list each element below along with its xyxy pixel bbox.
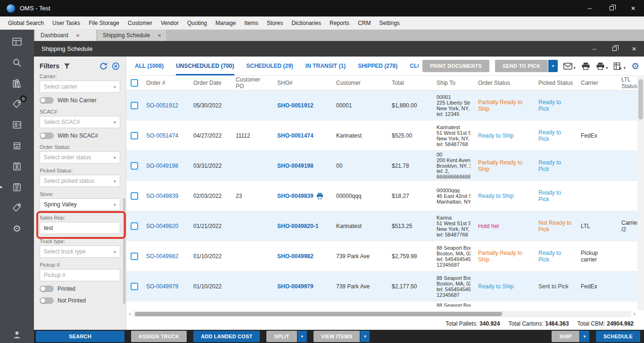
clipboard-list-icon[interactable] <box>11 181 23 193</box>
inner-minimize-button[interactable]: ─ <box>585 41 604 57</box>
search-icon[interactable] <box>11 57 23 68</box>
vertical-scrollbar[interactable] <box>637 75 644 310</box>
ship-button[interactable]: SHIP <box>552 331 579 342</box>
split-button[interactable]: SPLIT <box>266 331 297 342</box>
column-header-carrier[interactable]: Carrier <box>577 79 618 87</box>
row-checkbox[interactable] <box>131 222 138 230</box>
export-dropdown-icon[interactable]: ▾ <box>623 65 626 70</box>
contacts-icon[interactable] <box>11 119 23 131</box>
inner-restore-button[interactable] <box>604 41 624 57</box>
sho-number-link[interactable]: SHO-0049839 <box>277 193 314 199</box>
menu-item-user-tasks[interactable]: User Tasks <box>48 20 84 26</box>
menu-item-stores[interactable]: Stores <box>263 20 288 26</box>
column-header-order-status[interactable]: Order Status <box>474 79 535 87</box>
order-number-link[interactable]: SO-0049820 <box>146 223 178 229</box>
status-tab-scheduled-29[interactable]: SCHEDULED (29) <box>247 57 293 75</box>
status-tab-all-1008[interactable]: ALL (1008) <box>135 57 164 75</box>
row-checkbox[interactable] <box>131 253 138 260</box>
tag-icon[interactable] <box>11 202 23 213</box>
not-printed-toggle[interactable] <box>40 297 54 304</box>
email-button[interactable]: ▾ <box>563 62 576 70</box>
email-dropdown-icon[interactable]: ▾ <box>573 65 576 70</box>
document-tab-shipping-schedule[interactable]: Shipping Schedule✕ <box>97 30 166 41</box>
row-checkbox[interactable] <box>131 283 138 290</box>
table-row[interactable]: SO-004998201/10/2022SHO-0049982739 Park … <box>126 241 637 271</box>
order-number-link[interactable]: SO-0051474 <box>146 132 178 139</box>
order-number-link[interactable]: SO-0049982 <box>146 253 178 260</box>
carrier-select[interactable]: Select carrier ▾ <box>40 81 120 93</box>
table-row[interactable]: SO-004983902/03/202223SHO-004983900000qq… <box>126 181 637 211</box>
ship-dropdown[interactable]: ▾ <box>580 331 589 342</box>
refresh-icon[interactable] <box>99 61 108 71</box>
scroll-right-icon[interactable]: › <box>632 310 637 317</box>
menu-item-vendor[interactable]: Vendor <box>157 20 183 26</box>
column-header-order-date[interactable]: Order Date <box>190 79 232 87</box>
store-select[interactable]: Spring Valley ▾ <box>40 198 120 211</box>
scac-select[interactable]: Select SCAC# ▾ <box>40 116 120 128</box>
add-landed-cost-button[interactable]: ADD LANDED COST <box>193 331 260 342</box>
sho-number-link[interactable]: SHO-0049979 <box>277 283 314 290</box>
horizontal-scrollbar-thumb[interactable] <box>135 312 502 316</box>
close-button[interactable]: ✕ <box>622 0 644 16</box>
order-number-link[interactable]: SO-0051912 <box>146 102 178 109</box>
horizontal-scrollbar[interactable]: ‹ › <box>127 311 637 317</box>
menu-item-items[interactable]: Items <box>240 20 262 26</box>
table-row[interactable]: SO-005191205/30/2022SHO-005191200001$1,8… <box>126 90 637 121</box>
scroll-left-icon[interactable]: ‹ <box>127 310 133 317</box>
column-header-ltl-status[interactable]: LTL Status <box>618 75 637 90</box>
view-items-button[interactable]: VIEW ITEMS <box>314 331 360 342</box>
sho-number-link[interactable]: SHO-0049982 <box>277 253 314 260</box>
tab-close-icon[interactable]: ✕ <box>76 33 80 38</box>
grid-settings-icon[interactable]: ⚙ <box>631 62 639 71</box>
status-tab-unscheduled-700[interactable]: UNSCHEDULED (700) <box>176 57 234 75</box>
order-number-link[interactable]: SO-0049839 <box>146 193 178 199</box>
restore-button[interactable] <box>601 0 622 16</box>
pickup-number-input[interactable] <box>40 269 120 281</box>
document-tab-dashboard[interactable]: Dashboard✕ <box>35 30 96 41</box>
settings-icon[interactable]: ⚙ <box>11 223 23 234</box>
sidebar-expander-icon[interactable]: ▸ <box>0 181 3 192</box>
printed-toggle[interactable] <box>40 286 54 292</box>
menu-item-customer[interactable]: Customer <box>124 20 157 26</box>
column-header-total[interactable]: Total <box>388 79 433 87</box>
with-no-carrier-toggle[interactable] <box>40 97 54 104</box>
print-button[interactable]: ▾ <box>596 62 608 70</box>
view-items-dropdown[interactable]: ▾ <box>360 331 370 342</box>
vertical-scrollbar-thumb[interactable] <box>638 79 643 120</box>
assign-truck-button[interactable]: ASSIGN TRUCK <box>131 331 187 342</box>
menu-item-global-search[interactable]: Global Search <box>4 20 48 26</box>
column-header-sho[interactable]: SHO# <box>273 79 332 87</box>
filters-scrollbar-thumb[interactable] <box>123 198 125 304</box>
sho-number-link[interactable]: SHO-0049198 <box>277 163 314 169</box>
user-tasks-icon[interactable] <box>11 161 23 172</box>
status-tab-shipped-278[interactable]: SHIPPED (278) <box>358 57 397 75</box>
tab-close-icon[interactable]: ✕ <box>157 33 161 38</box>
print-documents-button[interactable]: PRINT DOCUMENTS <box>422 60 489 72</box>
sho-number-link[interactable]: SHO-0049820-1 <box>277 223 318 229</box>
search-button[interactable]: SEARCH <box>36 331 124 342</box>
column-header-customer[interactable]: Customer <box>332 79 388 87</box>
menu-item-quoting[interactable]: Quoting <box>183 20 211 26</box>
order-status-select[interactable]: Select order status ▾ <box>40 151 120 163</box>
send-to-pick-button[interactable]: SEND TO PICK <box>495 60 548 72</box>
clear-filters-icon[interactable] <box>111 61 120 71</box>
row-checkbox[interactable] <box>131 132 138 139</box>
column-header-order[interactable]: Order # <box>142 79 190 87</box>
status-tab-in-transit-1[interactable]: IN TRANSIT (1) <box>305 57 346 75</box>
export-button[interactable]: ▾ <box>613 62 626 70</box>
column-header-picked-status[interactable]: Picked Status <box>535 79 577 87</box>
column-header-ship-to[interactable]: Ship To <box>433 79 474 87</box>
dashboard-icon[interactable] <box>11 36 23 48</box>
split-dropdown[interactable]: ▾ <box>297 331 307 342</box>
picked-status-select[interactable]: Select picked status ▾ <box>40 175 120 187</box>
menu-item-dictionaries[interactable]: Dictionaries <box>287 20 325 26</box>
minimize-button[interactable]: ─ <box>579 0 601 16</box>
menu-item-file-storage[interactable]: File Storage <box>84 20 124 26</box>
print-labels-button[interactable] <box>581 62 590 70</box>
table-row[interactable]: SO-005147404/27/202211112SHO-0051474Kari… <box>126 121 637 151</box>
order-number-link[interactable]: SO-0049198 <box>146 163 178 169</box>
menu-item-settings[interactable]: Settings <box>375 20 404 26</box>
library-icon[interactable] <box>11 78 23 89</box>
column-header-customer-po[interactable]: Customer PO <box>232 75 273 90</box>
inner-close-button[interactable]: ✕ <box>624 41 644 57</box>
